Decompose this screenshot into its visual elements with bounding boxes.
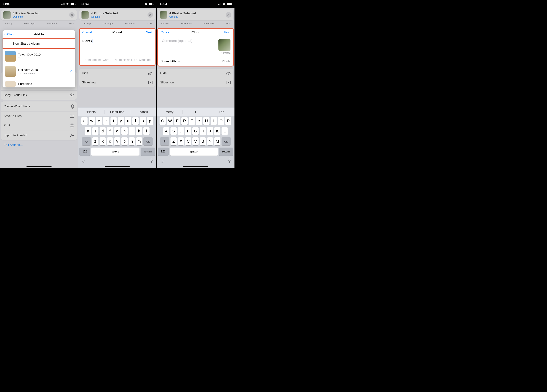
key-s[interactable]: s (92, 127, 98, 135)
space-key[interactable]: space (91, 147, 139, 156)
key-d[interactable]: d (100, 127, 106, 135)
post-button[interactable]: Post (224, 31, 231, 34)
emoji-key[interactable]: ☺ (160, 159, 164, 164)
key-f[interactable]: f (107, 127, 113, 135)
key-q[interactable]: Q (160, 117, 166, 125)
key-j[interactable]: j (129, 127, 135, 135)
key-h[interactable]: h (121, 127, 128, 135)
key-l[interactable]: l (143, 127, 150, 135)
key-g[interactable]: g (114, 127, 120, 135)
suggestion[interactable]: I (183, 108, 208, 116)
key-v[interactable]: v (114, 137, 120, 145)
suggestion-bar[interactable]: “Plants” PlantSnap Plant's (78, 108, 156, 116)
suggestion[interactable]: “Plants” (78, 108, 104, 116)
key-p[interactable]: P (225, 117, 231, 125)
album-row[interactable]: Tower Day 2019You (3, 49, 75, 64)
album-row[interactable]: Holidays 2020You and 2 more ✓ (3, 64, 75, 79)
key-t[interactable]: T (189, 117, 195, 125)
backspace-key[interactable] (143, 137, 153, 145)
key-u[interactable]: u (125, 117, 131, 125)
shared-album-label: Shared Album (161, 60, 180, 63)
cancel-button[interactable]: Cancel (82, 31, 92, 34)
key-s[interactable]: S (171, 127, 177, 135)
key-i[interactable]: I (211, 117, 217, 125)
screen-addto: 11:03 4 Photos Selected Options› ✕ AirDr… (0, 0, 78, 168)
key-e[interactable]: e (96, 117, 102, 125)
key-o[interactable]: o (140, 117, 146, 125)
album-row[interactable]: Furbabies (3, 79, 75, 87)
key-d[interactable]: D (178, 127, 184, 135)
backspace-key[interactable] (222, 137, 231, 145)
key-c[interactable]: c (107, 137, 113, 145)
shared-album-row[interactable]: Shared Album Plants (158, 57, 233, 66)
svg-rect-14 (229, 159, 230, 161)
key-p[interactable]: p (147, 117, 153, 125)
key-m[interactable]: m (136, 137, 142, 145)
key-t[interactable]: t (110, 117, 117, 125)
key-j[interactable]: J (207, 127, 213, 135)
comment-input[interactable]: Comment (optional) (161, 39, 192, 43)
key-b[interactable]: B (200, 137, 206, 145)
key-y[interactable]: y (118, 117, 124, 125)
suggestion[interactable]: PlantSnap (104, 108, 130, 116)
key-z[interactable]: z (92, 137, 98, 145)
back-button[interactable]: ‹iCloud (4, 32, 15, 37)
key-z[interactable]: Z (171, 137, 177, 145)
key-r[interactable]: R (181, 117, 188, 125)
suggestion[interactable]: Plant's (130, 108, 156, 116)
key-l[interactable]: L (222, 127, 228, 135)
keyboard[interactable]: Merry I The QWERTYUIOP ASDFGHJKL ZXCVBNM… (157, 107, 234, 168)
key-u[interactable]: U (203, 117, 210, 125)
key-w[interactable]: W (167, 117, 173, 125)
wifi-icon (222, 3, 226, 5)
dictation-key[interactable] (150, 159, 153, 164)
key-h[interactable]: H (200, 127, 206, 135)
cancel-button[interactable]: Cancel (161, 31, 170, 34)
key-a[interactable]: a (85, 127, 91, 135)
shift-key[interactable] (82, 137, 91, 145)
preview-thumbnail[interactable] (219, 39, 231, 51)
key-x[interactable]: x (100, 137, 106, 145)
add-to-panel: ‹iCloud Add to ＋ New Shared Album › Towe… (3, 30, 75, 87)
return-key[interactable]: return (219, 147, 233, 156)
key-k[interactable]: K (214, 127, 220, 135)
key-q[interactable]: q (81, 117, 88, 125)
next-button[interactable]: Next (146, 31, 152, 34)
key-m[interactable]: M (214, 137, 220, 145)
suggestion[interactable]: Merry (157, 108, 183, 116)
key-e[interactable]: E (174, 117, 180, 125)
number-key[interactable]: 123 (158, 147, 169, 156)
key-b[interactable]: b (121, 137, 128, 145)
emoji-key[interactable]: ☺ (82, 159, 86, 164)
input-hint: For example: “Cars”, “Trip to Hawaii” or… (80, 58, 155, 65)
key-a[interactable]: A (163, 127, 169, 135)
suggestion-bar[interactable]: Merry I The (157, 108, 234, 116)
keyboard[interactable]: “Plants” PlantSnap Plant's qwertyuiop as… (78, 107, 156, 168)
key-n[interactable]: N (207, 137, 213, 145)
key-y[interactable]: Y (196, 117, 202, 125)
key-r[interactable]: r (103, 117, 109, 125)
key-f[interactable]: F (185, 127, 191, 135)
key-x[interactable]: X (178, 137, 184, 145)
shift-key[interactable] (160, 137, 169, 145)
album-subtitle: You (18, 57, 41, 60)
album-name-input[interactable]: Plants (80, 36, 155, 58)
suggestion[interactable]: The (209, 108, 234, 116)
key-o[interactable]: O (218, 117, 224, 125)
new-shared-album-row[interactable]: ＋ New Shared Album › (3, 39, 75, 49)
icloud-post-panel: Cancel iCloud Post Comment (optional) 4 … (157, 28, 234, 66)
key-v[interactable]: V (192, 137, 198, 145)
key-n[interactable]: n (129, 137, 135, 145)
dictation-key[interactable] (228, 159, 231, 164)
number-key[interactable]: 123 (79, 147, 90, 156)
home-indicator (27, 166, 52, 167)
key-w[interactable]: w (89, 117, 95, 125)
clock: 11:04 (160, 2, 167, 6)
key-c[interactable]: C (185, 137, 191, 145)
panel-title: Add to (34, 33, 44, 36)
space-key[interactable]: space (170, 147, 218, 156)
key-k[interactable]: k (136, 127, 142, 135)
return-key[interactable]: return (141, 147, 155, 156)
key-g[interactable]: G (192, 127, 198, 135)
key-i[interactable]: i (132, 117, 139, 125)
